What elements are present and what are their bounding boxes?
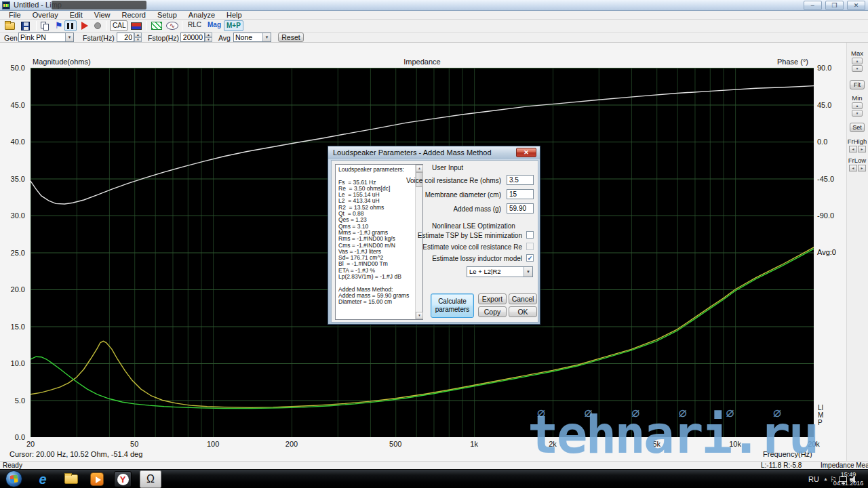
mag-tick-label: 15.0 [0, 323, 25, 331]
file-explorer-icon[interactable] [61, 471, 81, 487]
language-indicator[interactable]: RU [808, 470, 819, 488]
pause-button[interactable] [64, 20, 77, 31]
reset-button[interactable]: Reset [278, 33, 304, 42]
fstop-input[interactable] [180, 33, 205, 42]
frhigh-right-button[interactable]: ► [858, 146, 866, 152]
record-button[interactable] [94, 20, 101, 31]
freq-tick-label: 100 [199, 440, 226, 448]
limp-taskbar-button[interactable]: Ω [140, 470, 161, 488]
menu-setup[interactable]: Setup [153, 11, 182, 20]
ok-button[interactable]: OK [509, 306, 537, 317]
max-up-button[interactable]: ▲ [852, 58, 863, 64]
mag-phase-button[interactable]: M+P [224, 20, 243, 31]
clock-time: 15:49 [829, 470, 867, 479]
green-hatch-icon [151, 22, 162, 30]
freq-tick-label: 200 [278, 440, 305, 448]
copy-button[interactable] [41, 20, 50, 31]
diameter-field-label: Membrane diameter (cm) [332, 191, 501, 199]
lse-checkbox[interactable] [526, 231, 534, 239]
menu-overlay[interactable]: Overlay [28, 11, 63, 20]
added-mass-field-input[interactable] [507, 203, 534, 214]
status-ready: Ready [3, 462, 22, 469]
inductor-model-select[interactable]: Le + L2|R2 ▼ [467, 266, 533, 277]
colorbar-button[interactable] [131, 20, 142, 31]
copy-button-dialog[interactable]: Copy [478, 306, 507, 317]
fstart-stepper[interactable]: ▲▼ [134, 33, 142, 42]
fstop-stepper[interactable]: ▲▼ [205, 33, 212, 42]
menu-analyze[interactable]: Analyze [184, 11, 220, 20]
cancel-button[interactable]: Cancel [509, 293, 537, 304]
avg-select[interactable]: None ▼ [233, 33, 271, 42]
yandex-browser-icon[interactable]: Y [114, 471, 132, 487]
diameter-field-input[interactable] [507, 189, 534, 199]
loudspeaker-parameters-dialog: Loudspeaker Parameters - Added Mass Meth… [328, 146, 540, 325]
open-file-button[interactable] [5, 20, 15, 31]
freq-tick-label: 500 [382, 440, 409, 448]
max-down-button[interactable]: ▼ [852, 65, 863, 72]
estimate-re-checkbox-label: Estimate voice coil resistance Re [332, 243, 522, 251]
clock[interactable]: 15:49 04.11.2016 [829, 470, 867, 488]
close-button[interactable]: ✕ [847, 1, 865, 10]
frlow-label: FrLow [847, 157, 867, 164]
tray-expand-icon[interactable]: ▲ [823, 470, 828, 488]
fit-button[interactable]: Fit [850, 80, 865, 89]
avg-label: Avg [218, 34, 231, 42]
min-up-button[interactable]: ▲ [852, 102, 863, 109]
lossy-inductor-checkbox[interactable]: ✓ [526, 254, 534, 262]
listbox-scrollbar[interactable]: ▲ ▼ [415, 165, 422, 319]
lossy-inductor-checkbox-label: Estimate lossy inductor model [332, 255, 522, 262]
red-blue-bars-icon [131, 22, 142, 30]
dialog-close-button[interactable]: ✕ [516, 148, 536, 157]
start-button[interactable] [5, 470, 22, 487]
scroll-up-icon[interactable]: ▲ [416, 165, 423, 172]
calculate-parameters-button[interactable]: Calculate parameters [431, 293, 474, 318]
chevron-down-icon: ▼ [524, 267, 532, 277]
export-button[interactable]: Export [478, 293, 507, 304]
bw-flag-button[interactable]: ⚑ [55, 20, 63, 31]
menu-record[interactable]: Record [117, 11, 151, 20]
menu-help[interactable]: Help [222, 11, 247, 20]
menu-edit[interactable]: Edit [65, 11, 87, 20]
taskbar: e Y Ω RU ▲ ⚐ 15:49 04.11.2016 [0, 469, 868, 488]
dialog-title-bar[interactable]: Loudspeaker Parameters - Added Mass Meth… [328, 146, 540, 159]
signal-button[interactable]: ∿ [166, 20, 178, 31]
maximize-button[interactable]: ❐ [825, 1, 844, 10]
main-toolbar: ⚑ CAL ∿ RLC Mag M+P [0, 20, 868, 33]
phase-tick-label: 45.0 [817, 101, 831, 109]
set-button[interactable]: Set [850, 123, 865, 132]
media-player-icon[interactable] [87, 471, 107, 487]
phase-tick-label: 0.0 [817, 138, 827, 146]
freq-tick-label: 20k [800, 440, 827, 448]
re-field-input[interactable] [507, 175, 534, 185]
frlow-right-button[interactable]: ► [858, 165, 866, 171]
parameters-listbox[interactable]: Loudspeaker parameters: Fs = 35.61 Hz Re… [335, 164, 423, 320]
play-button[interactable] [81, 20, 88, 31]
freq-tick-label: 20 [17, 440, 44, 448]
menu-view[interactable]: View [90, 11, 115, 20]
internet-explorer-icon[interactable]: e [33, 471, 53, 487]
mag-tick-label: 10.0 [0, 359, 25, 367]
mag-button[interactable]: Mag [205, 20, 223, 31]
phase-tick-label: -45.0 [817, 175, 834, 183]
optimization-heading: Nonlinear LSE Optimization [432, 222, 515, 230]
generator-toolbar: Gen Pink PN ▼ Fstart(Hz) ▲▼ Fstop(Hz) ▲▼… [0, 33, 868, 43]
estimate-re-checkbox[interactable] [526, 243, 534, 250]
spectrum-button[interactable] [151, 20, 162, 31]
mag-tick-label: 5.0 [0, 396, 25, 405]
frhigh-left-button[interactable]: ◄ [849, 146, 857, 152]
minimize-button[interactable]: – [804, 1, 822, 10]
rlc-button[interactable]: RLC [186, 20, 203, 31]
chevron-down-icon: ▼ [262, 33, 271, 41]
menu-file[interactable]: File [4, 11, 26, 20]
save-file-button[interactable] [21, 20, 30, 31]
scale-controls-panel: Max ▲ ▼ Fit Min ▲ ▼ Set FrHigh ◄ ► FrLow… [846, 43, 868, 461]
cal-button[interactable]: CAL [110, 20, 127, 31]
avg-counter: Avg:0 [817, 248, 836, 256]
min-down-button[interactable]: ▼ [852, 110, 863, 117]
title-bar[interactable]: Untitled - Limp – ❐ ✕ [0, 0, 868, 11]
fstart-input[interactable] [117, 33, 134, 42]
cursor-readout: Cursor: 20.00 Hz, 10.52 Ohm, -51.4 deg [9, 450, 142, 458]
frlow-left-button[interactable]: ◄ [849, 165, 857, 171]
generator-select[interactable]: Pink PN ▼ [18, 33, 74, 42]
scroll-down-icon[interactable]: ▼ [416, 312, 423, 319]
